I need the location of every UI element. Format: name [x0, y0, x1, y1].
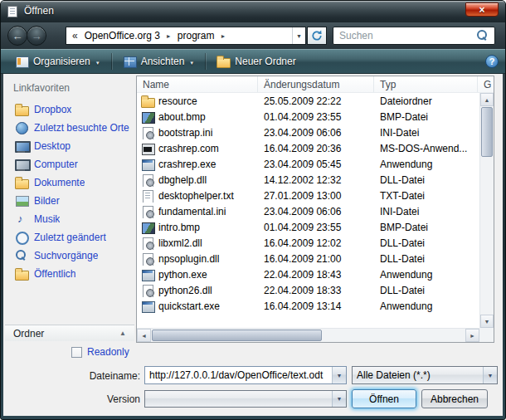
- table-row[interactable]: fundamental.ini 23.04.2009 06:06 INI-Dat…: [137, 203, 479, 219]
- filetype-select[interactable]: Alle Dateien (*.*): [352, 366, 498, 384]
- filename-dropdown-icon[interactable]: [332, 367, 346, 383]
- sidebar-item-computer[interactable]: Computer: [5, 155, 134, 173]
- sidebar-item-label: Suchvorgänge: [34, 250, 98, 261]
- file-type: DLL-Datei: [374, 253, 478, 265]
- file-icon: [141, 142, 154, 155]
- table-row[interactable]: python.exe 22.04.2009 18:43 Anwendung: [137, 266, 479, 282]
- filename-label: Dateiname:: [3, 370, 140, 382]
- sidebar-item-öffentlich[interactable]: Öffentlich: [5, 265, 134, 283]
- file-date: 01.04.2009 23:55: [258, 111, 374, 123]
- table-row[interactable]: crashrep.exe 23.04.2009 05:45 Anwendung: [137, 156, 479, 172]
- sidebar-item-bilder[interactable]: Bilder: [5, 192, 134, 210]
- file-name: npsoplugin.dll: [158, 253, 219, 265]
- scroll-right-button[interactable]: [465, 329, 479, 342]
- new-folder-button[interactable]: Neuer Ordner: [209, 52, 303, 71]
- file-name: libxml2.dll: [158, 237, 202, 249]
- table-row[interactable]: python26.dll 22.04.2009 18:33 DLL-Datei: [137, 282, 479, 298]
- file-date: 25.05.2009 22:22: [258, 95, 374, 107]
- forward-button[interactable]: →: [27, 26, 46, 46]
- table-row[interactable]: intro.bmp 01.04.2009 23:55 BMP-Datei: [137, 219, 479, 235]
- sidebar-item-icon: [15, 139, 28, 153]
- cancel-button[interactable]: Abbrechen: [421, 389, 488, 408]
- sidebar-item-dokumente[interactable]: Dokumente: [5, 173, 134, 192]
- table-row[interactable]: resource 25.05.2009 22:22 Dateiordner: [137, 93, 479, 109]
- file-type: MS-DOS-Anwend...: [374, 143, 478, 154]
- toolbar-separator: [111, 53, 112, 70]
- sidebar-item-dropbox[interactable]: Dropbox: [5, 100, 134, 119]
- column-header-type[interactable]: Typ: [374, 76, 478, 92]
- horizontal-scroll-thumb[interactable]: [152, 330, 322, 341]
- sidebar-item-label: Dropbox: [34, 104, 71, 115]
- sidebar-item-desktop[interactable]: Desktop: [5, 137, 134, 155]
- breadcrumb-collapsed[interactable]: «: [66, 30, 81, 42]
- table-row[interactable]: quickstart.exe 16.04.2009 13:14 Anwendun…: [137, 298, 479, 314]
- sidebar-item-suchvorgänge[interactable]: Suchvorgänge: [5, 247, 134, 265]
- version-dropdown-icon[interactable]: [332, 391, 346, 407]
- folders-expander[interactable]: Ordner: [5, 325, 134, 341]
- title-bar[interactable]: Öffnen ×: [1, 1, 505, 22]
- file-icon: [141, 173, 154, 187]
- column-header-name[interactable]: Name: [137, 76, 258, 92]
- scroll-up-button[interactable]: [480, 93, 494, 106]
- new-folder-icon: [217, 55, 230, 68]
- file-type: BMP-Datei: [374, 111, 478, 123]
- file-name: desktophelper.txt: [158, 190, 234, 202]
- file-type: DLL-Datei: [374, 237, 478, 249]
- vertical-scroll-thumb[interactable]: [481, 107, 493, 157]
- sidebar-item-icon: [15, 267, 28, 281]
- file-name: crashrep.exe: [158, 159, 216, 170]
- sidebar-item-zuletzt-besuchte-orte[interactable]: Zuletzt besuchte Orte: [5, 119, 134, 137]
- file-name: fundamental.ini: [158, 206, 226, 217]
- navigation-bar: ← → « OpenOffice.org 3 ► program ► Suche…: [1, 22, 505, 49]
- breadcrumb-separator-icon[interactable]: ►: [217, 33, 228, 39]
- close-button[interactable]: ×: [465, 2, 499, 17]
- sidebar-item-musik[interactable]: Musik: [5, 210, 134, 228]
- scroll-left-button[interactable]: [137, 329, 151, 342]
- column-header-date[interactable]: Änderungsdatum: [258, 76, 374, 92]
- filename-value[interactable]: http://127.0.0.1/dav/OpenOffice/text.odt: [145, 369, 332, 381]
- column-header-size[interactable]: G: [478, 76, 494, 92]
- horizontal-scrollbar[interactable]: [137, 328, 479, 342]
- help-button[interactable]: ?: [485, 55, 499, 68]
- readonly-checkbox[interactable]: [71, 347, 82, 358]
- refresh-button[interactable]: [307, 27, 327, 45]
- breadcrumb-item-openoffice[interactable]: OpenOffice.org 3: [81, 30, 163, 42]
- table-row[interactable]: libxml2.dll 16.04.2009 12:02 DLL-Datei: [137, 235, 479, 251]
- table-row[interactable]: bootstrap.ini 23.04.2009 06:06 INI-Datei: [137, 125, 479, 140]
- file-date: 23.04.2009 06:06: [258, 127, 374, 139]
- open-file-dialog: Öffnen × ← → « OpenOffice.org 3 ► progra…: [0, 0, 506, 420]
- search-icon[interactable]: [477, 30, 489, 42]
- table-row[interactable]: desktophelper.txt 27.01.2009 13:00 TXT-D…: [137, 188, 479, 203]
- table-row[interactable]: about.bmp 01.04.2009 23:55 BMP-Datei: [137, 109, 479, 125]
- open-button[interactable]: Öffnen: [352, 389, 416, 408]
- file-date: 14.12.2002 12:32: [258, 174, 374, 186]
- sidebar-item-icon: [15, 121, 28, 134]
- filename-input[interactable]: http://127.0.0.1/dav/OpenOffice/text.odt: [144, 366, 347, 384]
- file-type: Anwendung: [374, 269, 478, 281]
- back-button[interactable]: ←: [7, 26, 27, 46]
- filetype-dropdown-icon[interactable]: [483, 367, 497, 383]
- file-icon: [141, 189, 154, 203]
- organize-button[interactable]: Organisieren: [7, 52, 108, 71]
- sidebar-item-zuletzt-geändert[interactable]: Zuletzt geändert: [5, 228, 134, 247]
- sidebar-item-label: Computer: [34, 159, 78, 170]
- table-row[interactable]: crashrep.com 16.04.2009 20:36 MS-DOS-Anw…: [137, 140, 479, 156]
- breadcrumb-item-program[interactable]: program: [174, 30, 218, 42]
- breadcrumb-separator-icon[interactable]: ►: [163, 33, 174, 39]
- scroll-down-button[interactable]: [480, 315, 494, 328]
- file-list: Name Änderungsdatum Typ G resource 25.05…: [136, 76, 494, 343]
- table-row[interactable]: npsoplugin.dll 16.04.2009 21:00 DLL-Date…: [137, 251, 479, 266]
- scrollbar-corner: [479, 328, 494, 342]
- breadcrumb-history-dropdown[interactable]: [292, 27, 305, 44]
- version-select[interactable]: [144, 390, 347, 408]
- search-input[interactable]: Suchen: [333, 27, 495, 45]
- breadcrumb[interactable]: « OpenOffice.org 3 ► program ►: [66, 27, 306, 45]
- table-row[interactable]: dbghelp.dll 14.12.2002 12:32 DLL-Datei: [137, 172, 479, 188]
- views-button[interactable]: Ansichten: [115, 52, 202, 71]
- version-label: Version: [3, 393, 140, 405]
- vertical-scrollbar[interactable]: [479, 93, 494, 328]
- file-date: 01.04.2009 23:55: [258, 222, 374, 233]
- chevron-up-icon: [119, 330, 126, 337]
- file-name: about.bmp: [158, 111, 206, 123]
- readonly-row: Readonly: [71, 346, 129, 358]
